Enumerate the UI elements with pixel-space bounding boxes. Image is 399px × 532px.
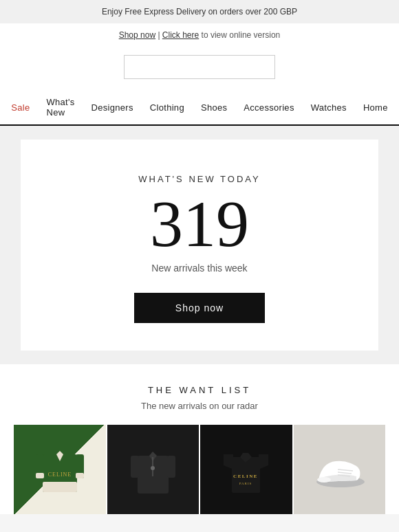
hero-card: WHAT'S NEW TODAY 319 New arrivals this w… [21,140,378,351]
nav-item-clothing[interactable]: Clothing [150,102,184,113]
main-content: WHAT'S NEW TODAY 319 New arrivals this w… [0,126,399,364]
main-nav: Sale What's New Designers Clothing Shoes… [0,90,399,126]
want-list-title: THE WANT LIST [14,385,385,395]
nav-item-accessories[interactable]: Accessories [244,102,294,113]
svg-text:PARIS: PARIS [239,482,252,485]
online-version-text: to view online version [202,30,281,40]
click-here-link[interactable]: Click here [162,30,199,40]
nav-item-home[interactable]: Home [363,102,388,113]
nav-item-whats-new[interactable]: What's New [46,97,74,118]
nav-item-sale[interactable]: Sale [11,102,30,113]
svg-rect-11 [167,456,175,478]
pullover-icon [131,442,175,497]
product-item-3[interactable]: CELINE PARIS [200,425,292,514]
jacket-icon: CELINE [36,441,84,499]
want-list-section: THE WANT LIST The new arrivals on our ra… [0,364,399,514]
nav-item-watches[interactable]: Watches [311,102,347,113]
hero-shop-now-button[interactable]: Shop now [134,293,265,323]
product-grid: CELINE [14,425,385,514]
shop-now-link[interactable]: Shop now [119,30,155,40]
nav-item-shoes[interactable]: Shoes [201,102,227,113]
hero-description: New arrivals this week [48,263,351,274]
nav-item-designers[interactable]: Designers [91,102,133,113]
product-item-2[interactable] [107,425,200,514]
tshirt-icon: CELINE PARIS [224,442,268,497]
logo-area [0,47,399,90]
hero-subtitle: WHAT'S NEW TODAY [48,174,351,184]
banner-text: Enjoy Free Express Delivery on orders ov… [102,7,297,16]
svg-rect-10 [131,456,139,478]
top-banner: Enjoy Free Express Delivery on orders ov… [0,0,399,23]
product-item-1[interactable]: CELINE [14,425,106,514]
links-bar: Shop now | Click here to view online ver… [0,23,399,47]
svg-marker-17 [259,454,268,469]
svg-text:CELINE: CELINE [48,472,72,478]
hero-number: 319 [48,191,351,257]
svg-text:CELINE: CELINE [233,474,258,479]
product-item-4[interactable] [294,425,386,514]
shoe-icon [312,449,367,490]
want-list-subtitle: The new arrivals on our radar [14,401,385,411]
svg-point-21 [317,477,331,483]
svg-rect-6 [76,473,84,478]
svg-point-13 [151,466,155,470]
svg-rect-5 [36,473,44,478]
logo[interactable] [124,55,275,79]
svg-rect-1 [43,482,77,492]
svg-marker-16 [224,454,233,469]
